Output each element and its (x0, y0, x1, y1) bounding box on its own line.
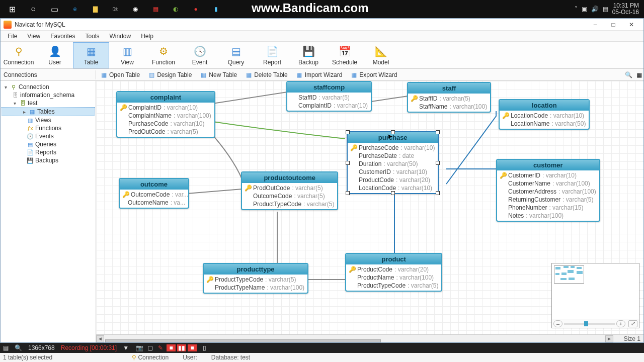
zoom-icon[interactable]: 🔍 (15, 344, 22, 351)
start-icon[interactable]: ⊞ (2, 2, 22, 17)
taskview-icon[interactable]: ▭ (44, 2, 64, 17)
backup-button[interactable]: 💾Backup (290, 42, 327, 68)
tree-backups[interactable]: 💾Backups (2, 156, 95, 164)
mic-icon[interactable]: ▯ (203, 344, 206, 351)
connection-tree[interactable]: ▾⚲Connection 🗄information_schema ▾🗄test … (1, 81, 96, 342)
horizontal-scrollbar[interactable]: ◄ ► Size 1 (96, 334, 643, 342)
query-button[interactable]: ▤Query (218, 42, 254, 68)
minimap-viewport[interactable] (554, 265, 584, 284)
tree-events[interactable]: 🕓Events (2, 132, 95, 140)
entity-outcome[interactable]: outcome 🔑OutcomeCode : var...OutcomeName… (119, 178, 189, 209)
titlebar[interactable]: Navicat for MySQL – □ ✕ (1, 19, 643, 31)
user-button[interactable]: 👤User (37, 42, 73, 68)
entity-complaint[interactable]: complaint 🔑ComplaintID : varchar(10)Comp… (116, 91, 215, 138)
pause-button[interactable]: ▮▮ (177, 344, 186, 351)
office-icon[interactable]: ▦ (146, 2, 165, 16)
expander-icon[interactable]: ▸ (21, 109, 27, 115)
clock[interactable]: 10:31 PM 05-Oct-16 (612, 3, 642, 16)
expander-icon[interactable]: ▾ (12, 101, 18, 106)
minimize-button[interactable]: – (586, 20, 604, 30)
resize-handle[interactable] (436, 130, 440, 134)
rec-button[interactable]: ■ (167, 344, 176, 351)
scroll-thumb[interactable] (105, 339, 381, 343)
action-center-icon[interactable]: ▤ (603, 6, 608, 13)
design-table-button[interactable]: ▥Design Table (144, 71, 196, 78)
explorer-icon[interactable]: ▇ (86, 2, 105, 16)
edge-icon[interactable]: e (65, 2, 85, 16)
network-icon[interactable]: ▣ (582, 6, 587, 13)
scroll-right-button[interactable]: ► (605, 335, 613, 342)
record-icon[interactable]: ● (186, 2, 205, 16)
zoom-thumb[interactable] (584, 321, 588, 326)
menu-file[interactable]: File (3, 32, 22, 41)
system-tray[interactable]: ˅ ▣ 🔊 ▤ 10:31 PM 05-Oct-16 (575, 3, 642, 16)
dropdown-icon[interactable]: ▼ (123, 344, 129, 351)
table-button[interactable]: ▦Table (73, 42, 109, 68)
tree-connection[interactable]: ▾⚲Connection (2, 83, 95, 91)
resize-handle[interactable] (346, 161, 350, 165)
entity-purchase[interactable]: purchase 🔑PurchaseCode : varchar(10)Purc… (347, 131, 439, 194)
volume-icon[interactable]: 🔊 (591, 6, 599, 13)
view-button[interactable]: ▥View (109, 42, 145, 68)
store-icon[interactable]: 🛍 (106, 2, 125, 16)
entity-productoutcome[interactable]: productoutcome 🔑ProdOutCode : varchar(5)… (241, 171, 338, 210)
entity-product[interactable]: product 🔑ProductCode : varchar(20)Produc… (345, 253, 442, 292)
resize-handle[interactable] (346, 130, 350, 134)
tree-tables[interactable]: ▸▦Tables (2, 107, 95, 116)
zoom-out-button[interactable]: – (553, 320, 562, 327)
zoom-slider[interactable] (564, 323, 615, 325)
tree-functions[interactable]: ƒxFunctions (2, 124, 95, 132)
entity-staff[interactable]: staff 🔑StaffID : varchar(5)StaffName : v… (407, 82, 491, 113)
webcam-icon[interactable]: ▢ (145, 344, 154, 351)
resize-handle[interactable] (346, 191, 350, 195)
import-wizard-button[interactable]: ▦Import Wizard (292, 71, 347, 78)
function-button[interactable]: ⚙Function (145, 42, 182, 68)
code-icon[interactable]: ▮ (206, 2, 225, 16)
cortana-icon[interactable]: ○ (23, 2, 43, 17)
resize-handle[interactable] (391, 191, 395, 195)
delete-table-button[interactable]: ▦Delete Table (241, 71, 292, 78)
app-icon[interactable]: ◐ (166, 2, 185, 16)
menu-help[interactable]: Help (136, 32, 158, 41)
schedule-button[interactable]: 📅Schedule (327, 42, 363, 68)
expander-icon[interactable]: ▾ (3, 84, 9, 90)
grid-view-icon[interactable]: ▦ (634, 71, 643, 78)
report-button[interactable]: 📄Report (254, 42, 290, 68)
minimap[interactable]: – + ⤢ (551, 263, 639, 328)
windows-taskbar[interactable]: ⊞ ○ ▭ e ▇ 🛍 ◉ ▦ ◐ ● ▮ www.Bandicam.com ˅… (0, 0, 644, 18)
entity-staffcomp[interactable]: staffcomp StaffID : varchar(5)ComplaintI… (286, 81, 372, 112)
menu-tools[interactable]: Tools (80, 32, 105, 41)
draw-icon[interactable]: ✎ (156, 344, 165, 351)
resize-handle[interactable] (436, 191, 440, 195)
model-button[interactable]: 📐Model (363, 42, 399, 68)
camera-icon[interactable]: 📷 (135, 344, 144, 351)
entity-location[interactable]: location 🔑LocationCode : varchar(10)Loca… (499, 99, 590, 130)
resize-handle[interactable] (436, 161, 440, 165)
search-icon[interactable]: 🔍 (622, 71, 634, 78)
chrome-icon[interactable]: ◉ (126, 2, 145, 16)
close-button[interactable]: ✕ (622, 20, 640, 30)
menu-window[interactable]: Window (105, 32, 136, 41)
menu-icon[interactable]: ▤ (3, 344, 9, 351)
maximize-button[interactable]: □ (604, 20, 622, 30)
zoom-fit-button[interactable]: ⤢ (628, 320, 637, 327)
new-table-button[interactable]: ▦New Table (196, 71, 241, 78)
connection-button[interactable]: ⚲Connection (1, 42, 37, 68)
tree-views[interactable]: ▥Views (2, 116, 95, 124)
event-button[interactable]: 🕓Event (182, 42, 218, 68)
menu-view[interactable]: View (22, 32, 45, 41)
tree-queries[interactable]: ▤Queries (2, 140, 95, 148)
menu-favorites[interactable]: Favorites (45, 32, 80, 41)
zoom-in-button[interactable]: + (616, 320, 625, 327)
stop-button[interactable]: ■ (188, 344, 197, 351)
open-table-button[interactable]: ▦Open Table (96, 71, 144, 78)
entity-customer[interactable]: customer 🔑CustomerID : varchar(10)Custom… (496, 159, 600, 222)
tray-chevron-icon[interactable]: ˅ (575, 6, 578, 13)
entity-producttype[interactable]: producttype 🔑ProductTypeCode : varchar(5… (203, 263, 308, 294)
tree-db-test[interactable]: ▾🗄test (2, 99, 95, 107)
scroll-left-button[interactable]: ◄ (96, 335, 104, 342)
model-canvas[interactable]: complaint 🔑ComplaintID : varchar(10)Comp… (96, 81, 643, 342)
tree-db-info[interactable]: 🗄information_schema (2, 91, 95, 99)
export-wizard-button[interactable]: ▦Export Wizard (346, 71, 401, 78)
tree-reports[interactable]: 📄Reports (2, 148, 95, 156)
